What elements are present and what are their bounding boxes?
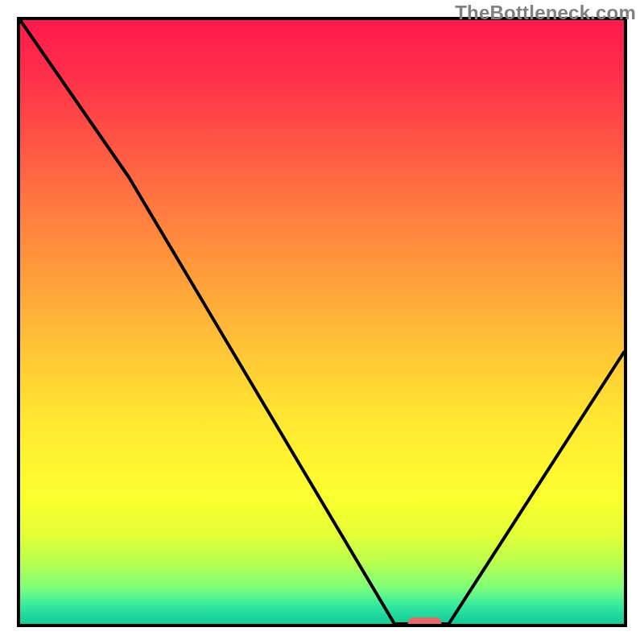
optimal-point-marker bbox=[408, 617, 442, 624]
plot-area bbox=[20, 20, 624, 624]
bottleneck-chart: TheBottleneck.com bbox=[0, 0, 644, 644]
watermark-text: TheBottleneck.com bbox=[455, 2, 636, 24]
marker-layer bbox=[20, 20, 624, 624]
